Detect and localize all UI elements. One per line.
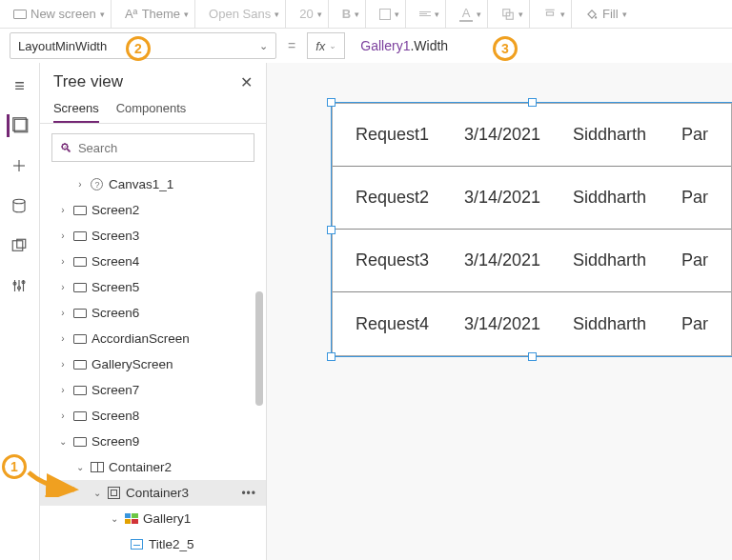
new-screen-label: New screen [30, 7, 96, 21]
border-button[interactable]: ▾ [374, 0, 406, 28]
chevron-down-icon: ▾ [622, 10, 627, 19]
canvas-area: Request13/14/2021SiddharthPar Request23/… [267, 63, 732, 560]
annotation-badge-2: 2 [126, 36, 151, 61]
align-button[interactable]: ▾ [414, 0, 446, 28]
tree-view-icon[interactable] [7, 114, 30, 137]
chevron-down-icon: ⌄ [329, 41, 336, 50]
resize-handle[interactable] [327, 226, 336, 234]
hamburger-icon[interactable]: ≡ [8, 74, 30, 97]
theme-group[interactable]: Aª Theme ▾ [119, 0, 195, 28]
gallery-control[interactable]: Request13/14/2021SiddharthPar Request23/… [332, 103, 732, 356]
property-name: LayoutMinWidth [18, 39, 107, 53]
tree-list: ›?Canvas1_1 ›Screen2 ›Screen3 ›Screen4 ›… [40, 171, 266, 560]
node-screen5[interactable]: ›Screen5 [40, 274, 266, 300]
gallery-row[interactable]: Request23/14/2021SiddharthPar [333, 167, 731, 230]
chevron-down-icon: ⌄ [259, 40, 268, 52]
gallery-selection[interactable]: Request13/14/2021SiddharthPar Request23/… [332, 103, 732, 356]
node-canvas[interactable]: ›?Canvas1_1 [40, 171, 266, 197]
font-color-button[interactable]: A▾ [454, 0, 488, 28]
annotation-badge-1: 1 [2, 454, 27, 479]
font-name: Open Sans [209, 7, 271, 21]
resize-handle[interactable] [327, 352, 336, 361]
node-accordian[interactable]: ›AccordianScreen [40, 326, 266, 351]
node-screen7[interactable]: ›Screen7 [40, 377, 266, 403]
tab-components[interactable]: Components [116, 95, 187, 123]
gallery-row[interactable]: Request33/14/2021SiddharthPar [333, 230, 731, 292]
node-screen3[interactable]: ›Screen3 [40, 223, 266, 249]
node-screen9[interactable]: ⌄Screen9 [40, 429, 266, 454]
fx-button[interactable]: fx ⌄ [307, 32, 345, 59]
reorder-button[interactable]: ▾ [496, 0, 530, 28]
node-screen6[interactable]: ›Screen6 [40, 300, 266, 326]
tree-scrollbar[interactable] [253, 63, 266, 560]
search-input[interactable] [78, 141, 246, 155]
node-screen8[interactable]: ›Screen8 [40, 403, 266, 429]
resize-handle[interactable] [528, 98, 537, 107]
node-screen2[interactable]: ›Screen2 [40, 197, 266, 223]
data-icon[interactable] [8, 194, 30, 217]
resize-handle[interactable] [528, 352, 537, 361]
formula-bar: LayoutMinWidth ⌄ = fx ⌄ Gallery1.Width [0, 29, 732, 63]
node-galleryscreen[interactable]: ›GalleryScreen [40, 351, 266, 377]
chevron-down-icon: ▾ [317, 10, 322, 19]
theme-icon: Aª [125, 8, 138, 21]
svg-point-9 [13, 199, 25, 204]
chevron-down-icon: ▾ [100, 10, 105, 19]
node-screen4[interactable]: ›Screen4 [40, 249, 266, 274]
annotation-arrow [27, 469, 84, 497]
bold-button[interactable]: B▾ [336, 0, 366, 28]
svg-rect-10 [13, 241, 24, 251]
chevron-down-icon: ▾ [274, 10, 279, 19]
formula-object: Gallery1 [360, 38, 410, 53]
resize-handle[interactable] [327, 98, 336, 107]
align-obj-button[interactable]: ▾ [538, 0, 572, 28]
font-group[interactable]: Open Sans ▾ [203, 0, 286, 28]
font-size: 20 [299, 7, 313, 21]
gallery-row[interactable]: Request43/14/2021SiddharthPar [333, 292, 731, 355]
equals-sign: = [284, 38, 299, 53]
tree-search[interactable]: 🔍︎ [51, 133, 254, 162]
fill-icon [585, 8, 599, 21]
annotation-badge-3: 3 [493, 36, 518, 61]
node-title25[interactable]: Title2_5 [40, 531, 266, 557]
fill-label: Fill [602, 7, 619, 21]
fill-group[interactable]: Fill ▾ [580, 0, 633, 28]
search-icon: 🔍︎ [60, 141, 72, 155]
font-size-group[interactable]: 20 ▾ [294, 0, 328, 28]
formula-prop: .Width [410, 38, 448, 53]
node-gallery1[interactable]: ⌄Gallery1 [40, 506, 266, 531]
svg-rect-3 [547, 11, 554, 15]
insert-icon[interactable] [8, 154, 30, 177]
fx-label: fx [315, 39, 325, 53]
top-toolbar: New screen ▾ Aª Theme ▾ Open Sans ▾ 20 ▾… [0, 0, 732, 29]
media-icon[interactable] [8, 234, 30, 257]
gallery-row[interactable]: Request13/14/2021SiddharthPar [333, 104, 731, 167]
formula-input[interactable]: Gallery1.Width [353, 32, 722, 59]
theme-label: Theme [142, 7, 180, 21]
tree-title: Tree view [53, 72, 123, 91]
screen-icon [13, 8, 27, 21]
chevron-down-icon: ▾ [184, 10, 189, 19]
svg-point-4 [595, 16, 597, 18]
tools-icon[interactable] [8, 274, 30, 297]
tab-screens[interactable]: Screens [53, 95, 99, 123]
new-screen-group[interactable]: New screen ▾ [8, 0, 112, 28]
close-icon[interactable]: ✕ [240, 73, 253, 91]
